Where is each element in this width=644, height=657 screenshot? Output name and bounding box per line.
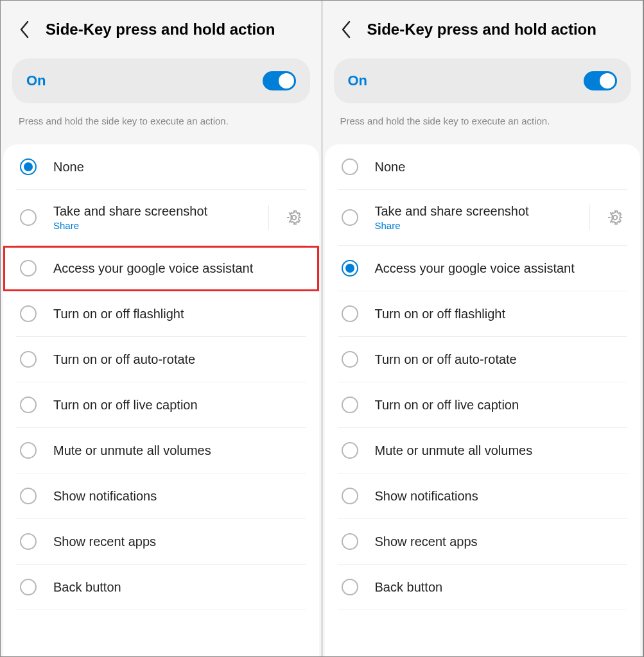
option-item[interactable]: Mute or unmute all volumes xyxy=(338,428,628,474)
radio-button[interactable] xyxy=(342,579,358,595)
divider xyxy=(268,205,269,230)
divider xyxy=(589,205,590,230)
option-text: Show notifications xyxy=(375,489,624,504)
radio-button[interactable] xyxy=(20,442,37,459)
option-item[interactable]: Show recent apps xyxy=(338,519,628,565)
option-text: Back button xyxy=(53,580,302,595)
option-label: Access your google voice assistant xyxy=(375,261,624,276)
toggle-switch[interactable] xyxy=(584,71,617,90)
option-text: Access your google voice assistant xyxy=(53,261,302,276)
option-label: Turn on or off live caption xyxy=(53,398,302,413)
radio-button[interactable] xyxy=(342,260,358,277)
option-item[interactable]: Back button xyxy=(16,565,306,610)
settings-pane-right: Side-Key press and hold action On Press … xyxy=(322,1,644,656)
option-sublabel: Share xyxy=(53,220,248,231)
radio-button[interactable] xyxy=(342,305,358,322)
toggle-switch[interactable] xyxy=(263,71,296,90)
option-label: None xyxy=(375,160,624,175)
option-text: Mute or unmute all volumes xyxy=(53,443,302,458)
description: Press and hold the side key to execute a… xyxy=(1,113,322,144)
options-list: NoneTake and share screenshotShareAccess… xyxy=(325,144,641,656)
option-label: Take and share screenshot xyxy=(375,204,570,219)
option-label: Take and share screenshot xyxy=(53,204,248,219)
option-label: Turn on or off flashlight xyxy=(375,307,624,321)
option-text: None xyxy=(53,160,302,175)
option-item[interactable]: None xyxy=(16,144,306,190)
option-text: Turn on or off auto-rotate xyxy=(375,352,624,367)
option-item[interactable]: Access your google voice assistant xyxy=(3,246,319,291)
radio-button[interactable] xyxy=(20,533,37,550)
option-text: Mute or unmute all volumes xyxy=(375,443,624,458)
option-text: Show recent apps xyxy=(375,534,624,549)
option-label: Show notifications xyxy=(375,489,624,504)
radio-button[interactable] xyxy=(342,442,358,459)
option-text: Turn on or off live caption xyxy=(375,398,624,413)
gear-icon[interactable] xyxy=(607,209,623,226)
option-item[interactable]: Turn on or off live caption xyxy=(338,382,628,428)
option-item[interactable]: Turn on or off auto-rotate xyxy=(16,337,306,382)
radio-button[interactable] xyxy=(20,305,37,322)
feature-toggle-row[interactable]: On xyxy=(334,58,632,103)
radio-button[interactable] xyxy=(20,260,37,277)
option-label: Mute or unmute all volumes xyxy=(53,443,302,458)
svg-point-0 xyxy=(292,216,296,220)
radio-button[interactable] xyxy=(342,533,358,550)
radio-button[interactable] xyxy=(20,158,37,175)
option-text: Turn on or off live caption xyxy=(53,398,302,413)
options-list: NoneTake and share screenshotShareAccess… xyxy=(3,144,319,656)
radio-button[interactable] xyxy=(342,351,358,368)
back-icon[interactable] xyxy=(340,20,352,39)
radio-button[interactable] xyxy=(342,209,358,226)
option-item[interactable]: Turn on or off flashlight xyxy=(338,291,628,337)
page-title: Side-Key press and hold action xyxy=(367,21,596,38)
toggle-label: On xyxy=(348,73,368,89)
option-text: Turn on or off flashlight xyxy=(375,307,624,321)
page-title: Side-Key press and hold action xyxy=(46,21,275,38)
option-item[interactable]: Take and share screenshotShare xyxy=(16,190,306,246)
feature-toggle-row[interactable]: On xyxy=(12,58,310,103)
option-label: Mute or unmute all volumes xyxy=(375,443,624,458)
option-item[interactable]: Back button xyxy=(338,565,628,610)
option-item[interactable]: None xyxy=(338,144,628,190)
gear-icon[interactable] xyxy=(286,209,302,226)
radio-button[interactable] xyxy=(20,209,37,226)
option-item[interactable]: Show recent apps xyxy=(16,519,306,565)
option-item[interactable]: Show notifications xyxy=(16,474,306,519)
radio-button[interactable] xyxy=(342,397,358,413)
radio-button[interactable] xyxy=(342,158,358,175)
option-item[interactable]: Access your google voice assistant xyxy=(338,246,628,291)
option-label: Turn on or off auto-rotate xyxy=(53,352,302,367)
option-item[interactable]: Turn on or off auto-rotate xyxy=(338,337,628,382)
option-item[interactable]: Turn on or off live caption xyxy=(16,382,306,428)
option-text: Turn on or off flashlight xyxy=(53,307,302,321)
option-item[interactable]: Take and share screenshotShare xyxy=(338,190,628,246)
option-text: Take and share screenshotShare xyxy=(375,204,570,231)
radio-button[interactable] xyxy=(342,488,358,504)
option-text: Show notifications xyxy=(53,489,302,504)
option-item[interactable]: Mute or unmute all volumes xyxy=(16,428,306,474)
option-item[interactable]: Show notifications xyxy=(338,474,628,519)
option-label: Back button xyxy=(375,580,624,595)
option-text: Back button xyxy=(375,580,624,595)
option-label: Show recent apps xyxy=(53,534,302,549)
option-text: Show recent apps xyxy=(53,534,302,549)
description: Press and hold the side key to execute a… xyxy=(322,113,643,144)
option-label: Turn on or off auto-rotate xyxy=(375,352,624,367)
option-label: None xyxy=(53,160,302,175)
toggle-label: On xyxy=(26,73,46,89)
option-label: Turn on or off live caption xyxy=(375,398,624,413)
radio-button[interactable] xyxy=(20,351,37,368)
settings-pane-left: Side-Key press and hold action On Press … xyxy=(1,1,322,656)
option-text: None xyxy=(375,160,624,175)
radio-button[interactable] xyxy=(20,579,37,595)
radio-button[interactable] xyxy=(20,397,37,413)
header: Side-Key press and hold action xyxy=(1,1,322,58)
option-item[interactable]: Turn on or off flashlight xyxy=(16,291,306,337)
back-icon[interactable] xyxy=(19,20,30,39)
option-label: Show notifications xyxy=(53,489,302,504)
svg-point-1 xyxy=(613,216,618,220)
option-sublabel: Share xyxy=(375,220,570,231)
option-text: Turn on or off auto-rotate xyxy=(53,352,302,367)
radio-button[interactable] xyxy=(20,488,37,504)
option-text: Take and share screenshotShare xyxy=(53,204,248,231)
